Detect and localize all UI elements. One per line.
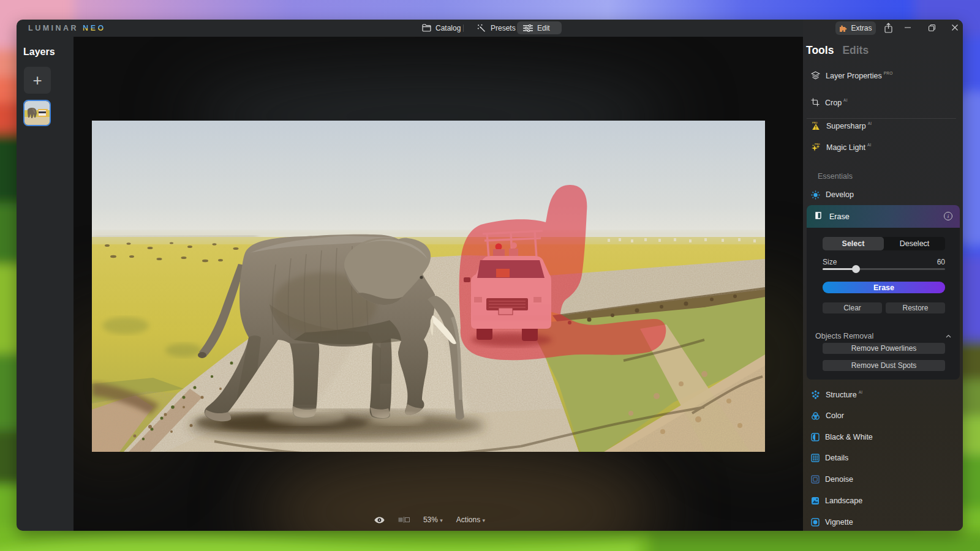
svg-text:PRO: PRO <box>815 143 820 146</box>
svg-text:PRO: PRO <box>812 121 818 124</box>
